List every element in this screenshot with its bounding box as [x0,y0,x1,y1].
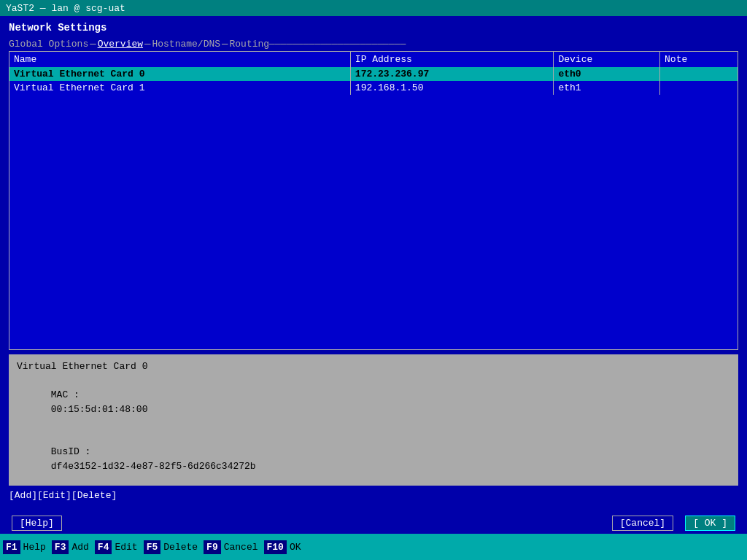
fkey-label: OK [287,540,304,554]
cell-name: Virtual Ethernet Card 1 [9,81,350,95]
cell-name: Virtual Ethernet Card 0 [9,67,350,81]
fkey-ok[interactable]: F10OK [264,540,304,554]
add-button[interactable]: [Add] [9,490,37,501]
cancel-button[interactable]: [Cancel] [612,516,673,531]
detail-busid: BusID : df4e3152-1d32-4e87-82f5-6d266c34… [17,431,730,486]
col-header-note: Note [660,52,738,67]
tab-routing[interactable]: Routing [229,39,269,50]
cell-note [660,81,738,95]
fkey-num: F3 [52,540,69,554]
overview-panel: Name IP Address Device Note Virtual Ethe… [9,51,738,350]
cell-device: eth1 [554,81,660,95]
col-header-name: Name [9,52,350,67]
col-header-ip: IP Address [350,52,554,67]
fkey-label: Help [20,540,49,554]
fkey-num: F1 [3,540,20,554]
detail-busid-value: df4e3152-1d32-4e87-82f5-6d266c34272b [51,461,256,472]
fkey-label: Add [69,540,91,554]
cell-note [660,67,738,81]
col-header-device: Device [554,52,660,67]
detail-mac-label: MAC : [51,389,80,400]
detail-mac-value: 00:15:5d:01:48:00 [51,404,148,415]
edit-button[interactable]: [Edit] [37,490,71,501]
network-table: Name IP Address Device Note Virtual Ethe… [9,52,738,95]
fkey-num: F9 [204,540,221,554]
detail-busid-label: BusID : [51,446,91,457]
table-row[interactable]: Virtual Ethernet Card 1192.168.1.50eth1 [9,81,738,95]
fkey-num: F5 [144,540,161,554]
fkey-label: Delete [160,540,201,554]
main-content: Network Settings Global Options — Overvi… [0,16,747,507]
right-nav: [Cancel] [ OK ] [612,516,735,531]
network-table-body: Virtual Ethernet Card 0172.23.236.97eth0… [9,67,738,95]
navbar: [Help] [Cancel] [ OK ] [0,513,747,534]
cell-ip: 192.168.1.50 [350,81,554,95]
detail-panel: Virtual Ethernet Card 0 MAC : 00:15:5d:0… [9,354,738,486]
tabs-row: Global Options — Overview — Hostname/DNS… [9,36,738,51]
fkey-edit[interactable]: F4Edit [95,540,141,554]
table-row[interactable]: Virtual Ethernet Card 0172.23.236.97eth0 [9,67,738,81]
fkey-delete[interactable]: F5Delete [144,540,201,554]
cell-device: eth0 [554,67,660,81]
tab-sep-1: — [90,38,96,50]
titlebar-text: YaST2 — lan @ scg-uat [6,3,125,14]
bottom-buttons: [Add] [Edit] [Delete] [9,490,738,501]
fkey-num: F10 [264,540,287,554]
tab-global-options[interactable]: Global Options [9,39,88,50]
tab-overview[interactable]: Overview [98,39,143,50]
delete-button[interactable]: [Delete] [71,490,117,501]
tab-sep-3: — [222,38,228,50]
help-button[interactable]: [Help] [12,516,62,531]
fkey-bar: F1HelpF3AddF4EditF5DeleteF9CancelF10OK [0,534,747,560]
tab-hostname-dns[interactable]: Hostname/DNS [152,39,220,50]
fkey-label: Edit [112,540,140,554]
fkey-num: F4 [95,540,112,554]
cell-ip: 172.23.236.97 [350,67,554,81]
fkey-cancel[interactable]: F9Cancel [204,540,260,554]
fkey-add[interactable]: F3Add [52,540,92,554]
ok-button[interactable]: [ OK ] [685,516,735,531]
tab-line-end: ———————————————————————— [269,39,738,50]
page-title: Network Settings [9,22,738,34]
fkey-label: Cancel [221,540,261,554]
titlebar: YaST2 — lan @ scg-uat [0,0,747,16]
detail-mac: MAC : 00:15:5d:01:48:00 [17,374,730,431]
fkey-help[interactable]: F1Help [3,540,49,554]
detail-title: Virtual Ethernet Card 0 [17,359,730,374]
tab-sep-2: — [144,38,150,50]
table-header-row: Name IP Address Device Note [9,52,738,67]
